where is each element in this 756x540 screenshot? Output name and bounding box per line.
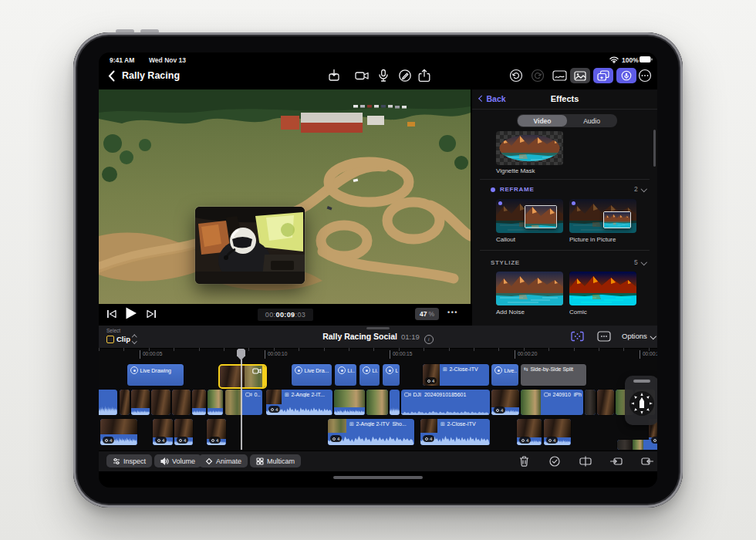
clip[interactable] xyxy=(390,390,400,415)
angle-count-badge: 4 xyxy=(519,437,531,444)
effect-picture-in-picture[interactable] xyxy=(569,199,636,233)
clip[interactable]: 4 xyxy=(491,390,519,415)
back-chevron-icon[interactable] xyxy=(108,70,115,82)
reframe-count[interactable]: 2 xyxy=(634,185,646,193)
select-mode-dropdown[interactable]: Clip xyxy=(106,335,136,343)
home-indicator[interactable] xyxy=(333,476,423,479)
angle-count-badge: 4 xyxy=(546,437,558,444)
clip[interactable]: Live... xyxy=(491,364,518,386)
clip[interactable]: ⊞2-Close-ITV 4 xyxy=(423,364,489,386)
wifi-icon xyxy=(609,56,619,63)
clip[interactable] xyxy=(131,390,150,415)
angle-count-badge: 4 xyxy=(177,437,188,444)
record-video-icon[interactable] xyxy=(355,69,370,83)
project-title[interactable]: Rally Racing xyxy=(122,70,180,81)
clip[interactable]: ⊞2-Angle 2-IT... 4 xyxy=(266,390,332,415)
live-drawing-icon xyxy=(363,366,370,374)
trash-icon[interactable] xyxy=(517,454,531,468)
jog-dial-icon[interactable] xyxy=(629,388,655,420)
angle-count-badge: 4 xyxy=(423,435,434,442)
live-drawing-icon xyxy=(130,366,138,374)
checkmark-circle-icon[interactable] xyxy=(548,454,562,468)
selected-clip[interactable] xyxy=(218,364,267,389)
timeline-title: Rally Racing Social01:19i xyxy=(224,332,532,344)
zoom-level-control[interactable]: 47 % xyxy=(415,308,439,320)
playhead-line xyxy=(241,359,242,450)
stylize-count[interactable]: 5 xyxy=(634,258,646,266)
chevron-down-icon xyxy=(650,333,656,339)
zoom-unit: % xyxy=(428,310,434,318)
pip-driver-cam[interactable] xyxy=(195,207,305,284)
more-options-icon[interactable] xyxy=(638,69,652,83)
clip[interactable]: ⇆Side-by-Side Split xyxy=(521,364,586,386)
clip[interactable] xyxy=(120,390,130,415)
effect-label: Vignette Mask xyxy=(496,167,535,174)
inspect-button[interactable]: Inspect xyxy=(106,454,152,467)
import-media-icon[interactable] xyxy=(327,69,341,83)
timecode-display[interactable]: 00:00:09:03 xyxy=(257,308,314,322)
effects-browser-button[interactable] xyxy=(593,68,613,83)
effects-panel-header: Back Effects xyxy=(472,89,657,110)
effect-vignette-mask[interactable] xyxy=(496,131,563,165)
effect-comic[interactable] xyxy=(569,272,636,305)
annotate-pencil-icon[interactable] xyxy=(398,69,412,83)
clip[interactable]: 0... xyxy=(225,390,262,415)
clip[interactable]: Li... xyxy=(359,364,380,386)
tab-audio[interactable]: Audio xyxy=(567,115,616,127)
options-dropdown[interactable]: Options xyxy=(622,332,655,340)
clip[interactable] xyxy=(208,390,223,415)
timeline-section: Select Clip Rally Racing Social01:19i Op… xyxy=(99,326,657,471)
clip[interactable]: Live Dra... xyxy=(292,364,332,386)
effect-add-noise[interactable] xyxy=(496,272,563,305)
video-audio-segmented-control: Video Audio xyxy=(517,114,617,127)
clip[interactable] xyxy=(99,390,117,415)
connect-clips-icon[interactable] xyxy=(571,331,584,342)
panel-scrollbar[interactable] xyxy=(653,130,656,167)
viewer-preview[interactable] xyxy=(99,89,471,304)
track-primary: 0... ⊞2-Angle 2-IT... 4 DJI_202409101856… xyxy=(99,390,657,415)
effect-callout[interactable] xyxy=(496,199,563,233)
clip[interactable]: Li... xyxy=(383,364,400,386)
clip[interactable] xyxy=(151,390,170,415)
info-icon[interactable]: i xyxy=(424,335,434,344)
redo-icon[interactable] xyxy=(531,69,545,83)
timeline-ruler[interactable]: 00:00:05 00:00:10 00:00:15 00:00:20 00:0… xyxy=(99,348,657,363)
multicam-button[interactable]: Multicam xyxy=(250,454,301,467)
clip[interactable] xyxy=(334,390,365,415)
insert-leading-icon[interactable] xyxy=(609,454,623,468)
media-browser-button[interactable] xyxy=(570,68,590,83)
animate-button[interactable]: Animate xyxy=(199,454,248,467)
skip-forward-icon[interactable] xyxy=(147,309,157,319)
clip[interactable]: 240910_iPh... xyxy=(521,390,583,415)
clip[interactable]: Li... xyxy=(335,364,356,386)
split-clip-icon[interactable] xyxy=(579,454,592,468)
ipad-screen: 9:41 AM Wed Nov 13 100% Rally Racing xyxy=(99,52,657,488)
pencil-jog-widget[interactable] xyxy=(625,376,657,425)
timeline-project-name: Rally Racing Social xyxy=(322,332,397,341)
skip-back-icon[interactable] xyxy=(106,309,116,319)
clip[interactable]: DJI_20240910185601_ xyxy=(401,390,490,415)
timeline-index-icon[interactable] xyxy=(597,331,611,342)
clip[interactable] xyxy=(192,390,206,415)
clip[interactable] xyxy=(172,390,191,415)
microphone-icon[interactable] xyxy=(378,69,389,83)
play-button[interactable] xyxy=(125,306,137,320)
undo-icon[interactable] xyxy=(509,69,523,83)
live-drawing-icon xyxy=(295,366,302,374)
jog-drag-handle[interactable] xyxy=(633,380,650,383)
clip[interactable] xyxy=(366,390,388,415)
clip[interactable]: Live Drawing xyxy=(127,364,184,386)
volume-button[interactable]: Volume xyxy=(154,454,201,467)
tab-video[interactable]: Video xyxy=(518,115,567,127)
share-icon[interactable] xyxy=(418,69,430,83)
clip[interactable] xyxy=(585,390,596,415)
titles-icon[interactable] xyxy=(552,69,567,82)
status-time: 9:41 AM xyxy=(110,56,134,64)
divider xyxy=(480,179,650,180)
timeline-resize-handle[interactable] xyxy=(366,327,390,329)
voiceover-button[interactable] xyxy=(616,68,636,83)
viewer-more-icon[interactable]: ••• xyxy=(447,309,458,316)
insert-trailing-icon[interactable] xyxy=(640,454,654,468)
multicam-icon: ⊞ xyxy=(440,421,445,427)
clip[interactable] xyxy=(597,390,614,415)
